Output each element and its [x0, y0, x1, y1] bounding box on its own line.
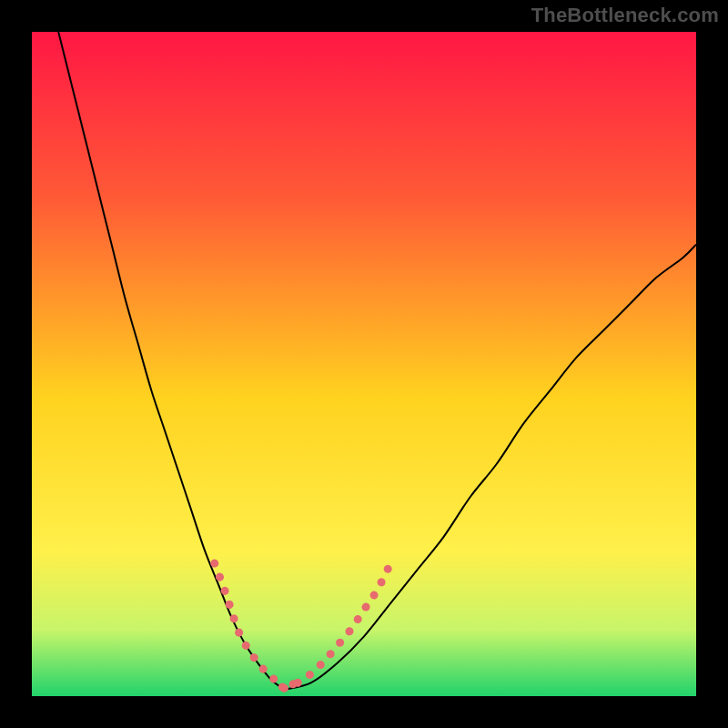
watermark-label: TheBottleneck.com	[531, 4, 719, 27]
gradient-background	[32, 32, 696, 696]
plot-svg	[32, 32, 696, 696]
plot-area	[32, 32, 696, 696]
chart-frame: TheBottleneck.com	[0, 0, 728, 728]
